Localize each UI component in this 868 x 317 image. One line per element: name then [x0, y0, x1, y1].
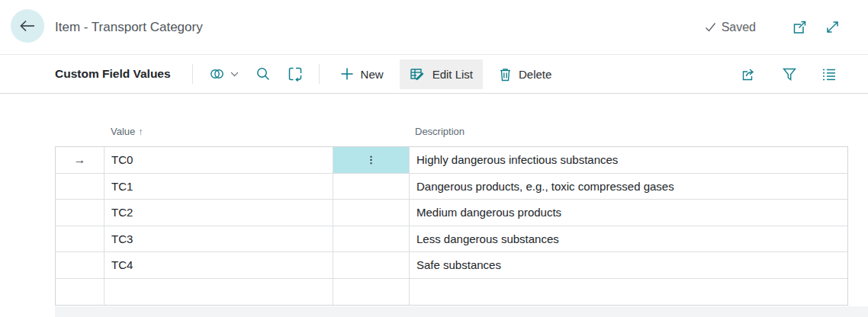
table-row: TC4 Safe substances — [56, 252, 847, 279]
list-menu-icon — [821, 68, 837, 81]
current-row-arrow-icon: → — [74, 153, 86, 167]
menu-button[interactable] — [813, 62, 845, 86]
sort-ascending-icon: ↑ — [138, 126, 143, 137]
delete-button[interactable]: Delete — [489, 59, 561, 89]
plus-icon — [340, 67, 354, 81]
description-cell[interactable]: Highly dangerous infectious substances — [410, 147, 847, 174]
page-title: Item - Transport Category — [55, 0, 203, 54]
trash-icon — [499, 67, 512, 82]
edit-list-icon — [410, 67, 426, 82]
cell-menu[interactable] — [333, 174, 410, 200]
page-caption: Custom Field Values — [55, 67, 171, 81]
back-button[interactable] — [11, 9, 44, 43]
row-selector-cell[interactable] — [56, 252, 104, 279]
value-cell[interactable]: TC4 — [104, 252, 333, 279]
open-in-window-button[interactable] — [791, 19, 808, 36]
back-arrow-icon — [18, 18, 37, 34]
custom-field-values-grid: → TC0 ⋮ Highly dangerous infectious subs… — [55, 146, 848, 306]
divider — [192, 64, 193, 84]
ellipsis-icon: ⋮ — [366, 155, 376, 165]
new-button[interactable]: New — [330, 59, 394, 88]
value-cell[interactable]: TC0 — [104, 147, 333, 174]
share-icon — [741, 66, 757, 82]
description-cell[interactable] — [410, 279, 847, 306]
table-row: TC3 Less dangerous substances — [56, 226, 847, 253]
column-captions: Value ↑ Description — [55, 122, 848, 145]
description-cell[interactable]: Medium dangerous products — [410, 200, 847, 226]
value-cell[interactable]: TC1 — [104, 174, 333, 200]
table-row: → TC0 ⋮ Highly dangerous infectious subs… — [56, 147, 847, 174]
filter-funnel-icon — [782, 67, 797, 82]
analyze-icon — [288, 66, 303, 82]
cell-menu[interactable] — [333, 252, 410, 279]
save-status: Saved — [705, 21, 756, 34]
table-row: TC1 Dangerous products, e.g., toxic comp… — [56, 174, 847, 200]
divider — [319, 64, 320, 84]
expand-diagonal-icon — [825, 19, 841, 35]
page: Item - Transport Category Saved — [0, 0, 868, 317]
description-cell[interactable]: Safe substances — [410, 252, 847, 279]
value-cell[interactable]: TC2 — [104, 200, 333, 226]
row-selector-cell[interactable] — [56, 279, 104, 306]
share-button[interactable] — [732, 61, 766, 87]
value-cell[interactable] — [104, 279, 333, 306]
cell-menu[interactable] — [333, 226, 410, 253]
column-header-description[interactable]: Description — [415, 126, 465, 137]
action-bar: Custom Field Values — [0, 54, 868, 94]
analyze-button[interactable] — [279, 61, 311, 87]
views-button[interactable] — [201, 61, 247, 87]
column-header-value[interactable]: Value ↑ — [111, 126, 143, 137]
row-selector-cell[interactable]: → — [56, 147, 104, 174]
open-in-window-icon — [791, 19, 808, 36]
value-cell[interactable]: TC3 — [104, 226, 333, 253]
check-icon — [705, 22, 716, 33]
table-row-empty — [56, 279, 847, 306]
cell-menu[interactable] — [333, 279, 410, 306]
description-cell[interactable]: Dangerous products, e.g., toxic compress… — [410, 174, 847, 200]
row-selector-cell[interactable] — [56, 200, 104, 226]
cell-menu[interactable]: ⋮ — [333, 147, 410, 174]
filter-button[interactable] — [773, 62, 805, 87]
cell-menu[interactable] — [333, 200, 410, 226]
row-selector-cell[interactable] — [56, 226, 104, 253]
row-selector-cell[interactable] — [56, 174, 104, 200]
search-button[interactable] — [247, 61, 279, 87]
description-cell[interactable]: Less dangerous substances — [410, 226, 847, 253]
chevron-down-icon — [230, 72, 239, 77]
search-icon — [256, 66, 271, 82]
edit-list-button[interactable]: Edit List — [400, 59, 483, 89]
table-row: TC2 Medium dangerous products — [56, 200, 847, 226]
views-icon — [209, 66, 227, 82]
expand-button[interactable] — [825, 19, 841, 35]
horizontal-scrollbar[interactable] — [55, 306, 868, 317]
